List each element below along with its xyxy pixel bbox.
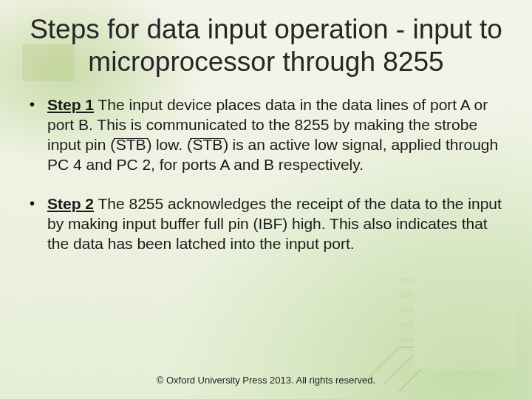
step-1-label: Step 1: [47, 96, 94, 113]
step-2-text: The 8255 acknowledges the receipt of the…: [47, 195, 502, 252]
bullet-step-1: Step 1 The input device places data in t…: [25, 95, 507, 175]
slide-body: Step 1 The input device places data in t…: [0, 82, 532, 253]
bullet-step-2: Step 2 The 8255 acknowledges the receipt…: [25, 194, 507, 254]
stb-signal-2: STB: [191, 135, 223, 155]
copyright-footer: © Oxford University Press 2013. All righ…: [0, 375, 532, 386]
slide-title: Steps for data input operation - input t…: [21, 13, 511, 78]
stb-signal-1: STB: [115, 135, 147, 155]
step-1-text-b: low.: [151, 136, 187, 153]
step-2-label: Step 2: [47, 195, 94, 212]
